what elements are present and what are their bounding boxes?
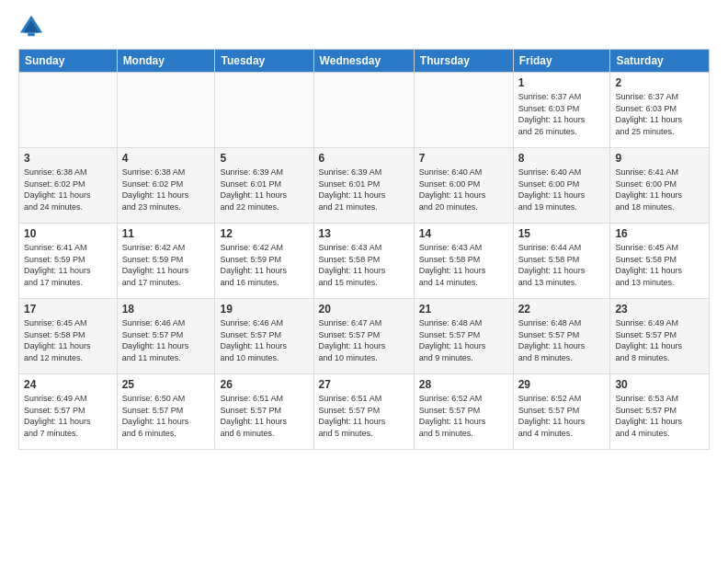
day-number: 17 (24, 303, 112, 316)
calendar-page: SundayMondayTuesdayWednesdayThursdayFrid… (0, 0, 728, 563)
calendar-cell: 1Sunrise: 6:37 AMSunset: 6:03 PMDaylight… (513, 73, 610, 148)
day-number: 24 (24, 378, 112, 391)
day-info: Sunrise: 6:42 AMSunset: 5:59 PMDaylight:… (220, 242, 308, 288)
header (18, 14, 710, 40)
day-info: Sunrise: 6:37 AMSunset: 6:03 PMDaylight:… (518, 91, 606, 137)
calendar-cell: 8Sunrise: 6:40 AMSunset: 6:00 PMDaylight… (513, 148, 610, 224)
day-info: Sunrise: 6:39 AMSunset: 6:01 PMDaylight:… (319, 167, 409, 213)
day-number: 27 (319, 378, 409, 391)
day-number: 22 (518, 303, 606, 316)
day-number: 3 (24, 152, 112, 165)
day-info: Sunrise: 6:41 AMSunset: 6:00 PMDaylight:… (615, 167, 704, 213)
calendar-cell: 4Sunrise: 6:38 AMSunset: 6:02 PMDaylight… (117, 148, 215, 224)
day-number: 8 (518, 152, 606, 165)
day-info: Sunrise: 6:48 AMSunset: 5:57 PMDaylight:… (518, 317, 606, 363)
day-info: Sunrise: 6:44 AMSunset: 5:58 PMDaylight:… (518, 242, 606, 288)
day-number: 21 (419, 303, 508, 316)
day-number: 10 (24, 227, 112, 240)
weekday-header: Saturday (610, 50, 710, 73)
day-info: Sunrise: 6:51 AMSunset: 5:57 PMDaylight:… (220, 393, 308, 439)
logo (18, 14, 48, 40)
day-number: 30 (615, 378, 704, 391)
calendar-week-row: 3Sunrise: 6:38 AMSunset: 6:02 PMDaylight… (19, 148, 710, 224)
calendar-cell: 15Sunrise: 6:44 AMSunset: 5:58 PMDayligh… (513, 224, 610, 299)
calendar-cell: 5Sunrise: 6:39 AMSunset: 6:01 PMDaylight… (215, 148, 313, 224)
day-info: Sunrise: 6:42 AMSunset: 5:59 PMDaylight:… (122, 242, 210, 288)
calendar-cell: 30Sunrise: 6:53 AMSunset: 5:57 PMDayligh… (610, 374, 710, 450)
calendar-cell: 6Sunrise: 6:39 AMSunset: 6:01 PMDaylight… (313, 148, 414, 224)
day-info: Sunrise: 6:43 AMSunset: 5:58 PMDaylight:… (319, 242, 409, 288)
svg-rect-2 (28, 33, 34, 37)
day-number: 26 (220, 378, 308, 391)
calendar-cell: 26Sunrise: 6:51 AMSunset: 5:57 PMDayligh… (215, 374, 313, 450)
day-number: 11 (122, 227, 210, 240)
calendar-cell (313, 73, 414, 148)
calendar-table: SundayMondayTuesdayWednesdayThursdayFrid… (18, 49, 710, 450)
weekday-header: Friday (513, 50, 610, 73)
day-number: 4 (122, 152, 210, 165)
weekday-header: Thursday (414, 50, 513, 73)
day-number: 23 (615, 303, 704, 316)
calendar-cell: 14Sunrise: 6:43 AMSunset: 5:58 PMDayligh… (414, 224, 513, 299)
day-info: Sunrise: 6:39 AMSunset: 6:01 PMDaylight:… (220, 167, 308, 213)
calendar-cell: 2Sunrise: 6:37 AMSunset: 6:03 PMDaylight… (610, 73, 710, 148)
day-info: Sunrise: 6:43 AMSunset: 5:58 PMDaylight:… (419, 242, 508, 288)
calendar-cell: 19Sunrise: 6:46 AMSunset: 5:57 PMDayligh… (215, 299, 313, 374)
calendar-cell: 3Sunrise: 6:38 AMSunset: 6:02 PMDaylight… (19, 148, 118, 224)
day-number: 2 (615, 76, 704, 89)
day-info: Sunrise: 6:37 AMSunset: 6:03 PMDaylight:… (615, 91, 704, 137)
calendar-cell: 27Sunrise: 6:51 AMSunset: 5:57 PMDayligh… (313, 374, 414, 450)
day-info: Sunrise: 6:40 AMSunset: 6:00 PMDaylight:… (419, 167, 508, 213)
day-info: Sunrise: 6:51 AMSunset: 5:57 PMDaylight:… (319, 393, 409, 439)
day-number: 1 (518, 76, 606, 89)
calendar-cell: 20Sunrise: 6:47 AMSunset: 5:57 PMDayligh… (313, 299, 414, 374)
calendar-cell: 21Sunrise: 6:48 AMSunset: 5:57 PMDayligh… (414, 299, 513, 374)
calendar-cell: 29Sunrise: 6:52 AMSunset: 5:57 PMDayligh… (513, 374, 610, 450)
day-number: 16 (615, 227, 704, 240)
calendar-cell (414, 73, 513, 148)
calendar-cell: 16Sunrise: 6:45 AMSunset: 5:58 PMDayligh… (610, 224, 710, 299)
calendar-week-row: 10Sunrise: 6:41 AMSunset: 5:59 PMDayligh… (19, 224, 710, 299)
day-info: Sunrise: 6:47 AMSunset: 5:57 PMDaylight:… (319, 317, 409, 363)
day-info: Sunrise: 6:41 AMSunset: 5:59 PMDaylight:… (24, 242, 112, 288)
day-number: 19 (220, 303, 308, 316)
day-number: 5 (220, 152, 308, 165)
day-number: 9 (615, 152, 704, 165)
weekday-header: Tuesday (215, 50, 313, 73)
day-info: Sunrise: 6:45 AMSunset: 5:58 PMDaylight:… (24, 317, 112, 363)
calendar-cell: 13Sunrise: 6:43 AMSunset: 5:58 PMDayligh… (313, 224, 414, 299)
calendar-week-row: 1Sunrise: 6:37 AMSunset: 6:03 PMDaylight… (19, 73, 710, 148)
day-number: 7 (419, 152, 508, 165)
day-info: Sunrise: 6:38 AMSunset: 6:02 PMDaylight:… (122, 167, 210, 213)
day-info: Sunrise: 6:50 AMSunset: 5:57 PMDaylight:… (122, 393, 210, 439)
calendar-week-row: 24Sunrise: 6:49 AMSunset: 5:57 PMDayligh… (19, 374, 710, 450)
day-number: 6 (319, 152, 409, 165)
day-number: 20 (319, 303, 409, 316)
day-number: 29 (518, 378, 606, 391)
calendar-cell: 24Sunrise: 6:49 AMSunset: 5:57 PMDayligh… (19, 374, 118, 450)
calendar-cell: 22Sunrise: 6:48 AMSunset: 5:57 PMDayligh… (513, 299, 610, 374)
weekday-header-row: SundayMondayTuesdayWednesdayThursdayFrid… (19, 50, 710, 73)
day-info: Sunrise: 6:52 AMSunset: 5:57 PMDaylight:… (518, 393, 606, 439)
day-number: 14 (419, 227, 508, 240)
day-info: Sunrise: 6:49 AMSunset: 5:57 PMDaylight:… (615, 317, 704, 363)
weekday-header: Wednesday (313, 50, 414, 73)
calendar-cell: 28Sunrise: 6:52 AMSunset: 5:57 PMDayligh… (414, 374, 513, 450)
calendar-cell: 17Sunrise: 6:45 AMSunset: 5:58 PMDayligh… (19, 299, 118, 374)
calendar-cell: 7Sunrise: 6:40 AMSunset: 6:00 PMDaylight… (414, 148, 513, 224)
calendar-week-row: 17Sunrise: 6:45 AMSunset: 5:58 PMDayligh… (19, 299, 710, 374)
calendar-cell: 18Sunrise: 6:46 AMSunset: 5:57 PMDayligh… (117, 299, 215, 374)
day-number: 25 (122, 378, 210, 391)
calendar-cell: 10Sunrise: 6:41 AMSunset: 5:59 PMDayligh… (19, 224, 118, 299)
day-info: Sunrise: 6:48 AMSunset: 5:57 PMDaylight:… (419, 317, 508, 363)
day-number: 15 (518, 227, 606, 240)
day-info: Sunrise: 6:53 AMSunset: 5:57 PMDaylight:… (615, 393, 704, 439)
day-info: Sunrise: 6:52 AMSunset: 5:57 PMDaylight:… (419, 393, 508, 439)
day-info: Sunrise: 6:45 AMSunset: 5:58 PMDaylight:… (615, 242, 704, 288)
calendar-cell (117, 73, 215, 148)
calendar-cell (215, 73, 313, 148)
day-info: Sunrise: 6:46 AMSunset: 5:57 PMDaylight:… (220, 317, 308, 363)
calendar-cell: 23Sunrise: 6:49 AMSunset: 5:57 PMDayligh… (610, 299, 710, 374)
day-info: Sunrise: 6:40 AMSunset: 6:00 PMDaylight:… (518, 167, 606, 213)
day-number: 28 (419, 378, 508, 391)
